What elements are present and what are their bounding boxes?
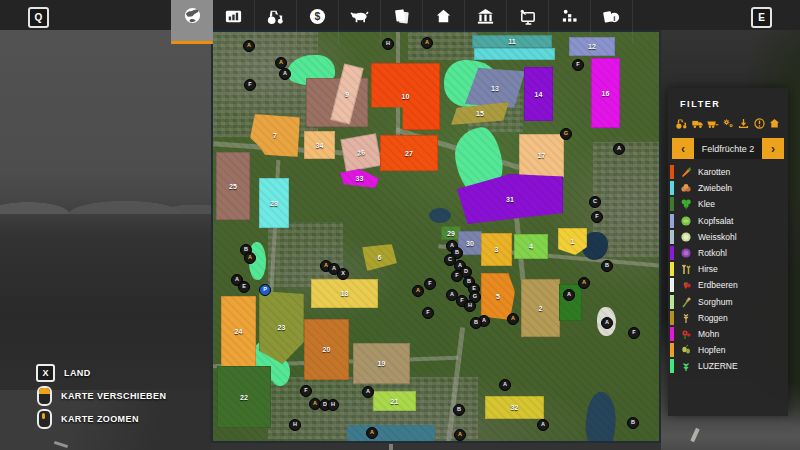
map-marker[interactable]: C — [589, 196, 601, 208]
field-number: 32 — [511, 404, 519, 411]
next-menu-key-button[interactable]: E — [751, 7, 772, 28]
map-field-6[interactable]: 6 — [362, 244, 397, 271]
filter-category-icons — [668, 109, 788, 137]
map-field-24[interactable]: 24 — [221, 296, 256, 367]
map-viewport[interactable]: 1112891073426273325281315141617316182423… — [211, 30, 661, 443]
map-marker[interactable]: A — [412, 285, 424, 297]
map-marker[interactable]: B — [601, 260, 613, 272]
map-marker[interactable]: F — [300, 385, 312, 397]
map-marker[interactable]: A — [563, 289, 575, 301]
map-field-3[interactable]: 3 — [481, 233, 512, 266]
map-field-23[interactable]: 23 — [259, 291, 304, 364]
tab-contracts[interactable] — [381, 0, 423, 44]
tab-vehicles[interactable] — [255, 0, 297, 44]
map-field-33[interactable]: 33 — [340, 169, 379, 188]
monitor-icon — [518, 7, 537, 26]
map-field-7[interactable]: 7 — [250, 114, 300, 157]
map-field-4[interactable]: 4 — [514, 234, 548, 259]
tractor-icon[interactable] — [675, 117, 688, 130]
crop-label: Roggen — [698, 313, 728, 323]
download-icon[interactable] — [737, 117, 750, 130]
poppy-icon — [680, 328, 692, 340]
crop-label: Erdbeeren — [698, 280, 738, 290]
map-field-27[interactable]: 27 — [380, 135, 438, 171]
map-marker[interactable]: F — [244, 79, 256, 91]
map-field-28[interactable]: 28 — [259, 178, 289, 228]
crop-label: Weisskohl — [698, 232, 737, 242]
water-area — [582, 390, 620, 443]
map-field-25[interactable]: 25 — [216, 152, 250, 220]
selector-next-button[interactable]: › — [762, 138, 784, 159]
tab-garage[interactable] — [423, 0, 465, 44]
map-marker[interactable]: A — [244, 252, 256, 264]
tab-help[interactable]: i — [591, 0, 633, 44]
map-marker[interactable]: A — [601, 317, 613, 329]
crop-legend-item: Karotten — [668, 164, 788, 180]
map-field-16[interactable]: 16 — [591, 58, 620, 128]
map-marker[interactable]: A — [454, 429, 466, 441]
map-marker[interactable]: F — [572, 59, 584, 71]
tab-statistics[interactable] — [213, 0, 255, 44]
map-marker[interactable]: G — [560, 128, 572, 140]
map-field-21[interactable]: 21 — [373, 391, 416, 411]
map-marker[interactable]: A — [499, 379, 511, 391]
tab-computer[interactable] — [507, 0, 549, 44]
prev-menu-key-button[interactable]: Q — [28, 7, 49, 28]
tab-animals[interactable] — [339, 0, 381, 44]
map-marker[interactable]: B — [470, 317, 482, 329]
crop-category-selector: ‹ Feldfrüchte 2 › — [672, 138, 784, 159]
lettuce-icon — [680, 215, 692, 227]
map-marker[interactable]: P — [259, 284, 271, 296]
selector-prev-button[interactable]: ‹ — [672, 138, 694, 159]
truck-icon[interactable] — [691, 117, 704, 130]
map-field-18[interactable]: 18 — [311, 279, 378, 308]
tab-bank[interactable] — [465, 0, 507, 44]
tab-finances[interactable]: $ — [297, 0, 339, 44]
map-field-22[interactable]: 22 — [217, 366, 271, 428]
map-marker[interactable]: A — [613, 143, 625, 155]
map-marker[interactable]: B — [627, 417, 639, 429]
map-field-14[interactable]: 14 — [524, 67, 553, 121]
map-field-2[interactable]: 2 — [521, 279, 560, 337]
map-field[interactable] — [474, 48, 555, 60]
map-field-34[interactable]: 34 — [304, 131, 335, 159]
map-field-32[interactable]: 32 — [485, 396, 544, 419]
crop-legend-item: Sorghum — [668, 294, 788, 310]
map-marker[interactable]: F — [424, 278, 436, 290]
urban-area — [268, 222, 343, 287]
map-field-26[interactable]: 26 — [340, 133, 381, 172]
sorghum-icon — [680, 296, 692, 308]
map-marker[interactable]: A — [362, 386, 374, 398]
map-marker[interactable]: A — [578, 277, 590, 289]
map-marker[interactable]: F — [591, 211, 603, 223]
map-field-17[interactable]: 17 — [519, 134, 564, 177]
map-marker[interactable]: A — [537, 419, 549, 431]
crop-legend-item: Zwiebeln — [668, 180, 788, 196]
tab-map[interactable] — [171, 0, 213, 44]
crop-color-bar — [670, 311, 674, 325]
map-marker[interactable]: A — [366, 427, 378, 439]
gears-icon[interactable] — [722, 117, 735, 130]
map-marker[interactable]: E — [238, 281, 250, 293]
map-marker[interactable]: F — [422, 307, 434, 319]
map-marker[interactable]: B — [453, 404, 465, 416]
field-number: 25 — [229, 183, 237, 190]
map-marker[interactable]: H — [464, 300, 476, 312]
map-field-10[interactable]: 10 — [371, 63, 440, 130]
globe-icon — [183, 6, 202, 25]
map-field-20[interactable]: 20 — [304, 319, 349, 380]
map-marker[interactable]: A — [279, 68, 291, 80]
map-marker[interactable]: A — [507, 313, 519, 325]
map-marker[interactable]: F — [628, 327, 640, 339]
map-marker[interactable]: F — [451, 270, 463, 282]
trailer-icon[interactable] — [706, 117, 719, 130]
house-icon[interactable] — [768, 117, 781, 130]
map-marker[interactable]: X — [337, 268, 349, 280]
warning-icon[interactable] — [753, 117, 766, 130]
tab-production[interactable] — [549, 0, 591, 44]
map-marker[interactable]: H — [289, 419, 301, 431]
map-field-19[interactable]: 19 — [353, 343, 410, 384]
field-number: 18 — [341, 290, 349, 297]
map-marker[interactable]: H — [327, 399, 339, 411]
mouse-drag-icon — [37, 386, 52, 406]
